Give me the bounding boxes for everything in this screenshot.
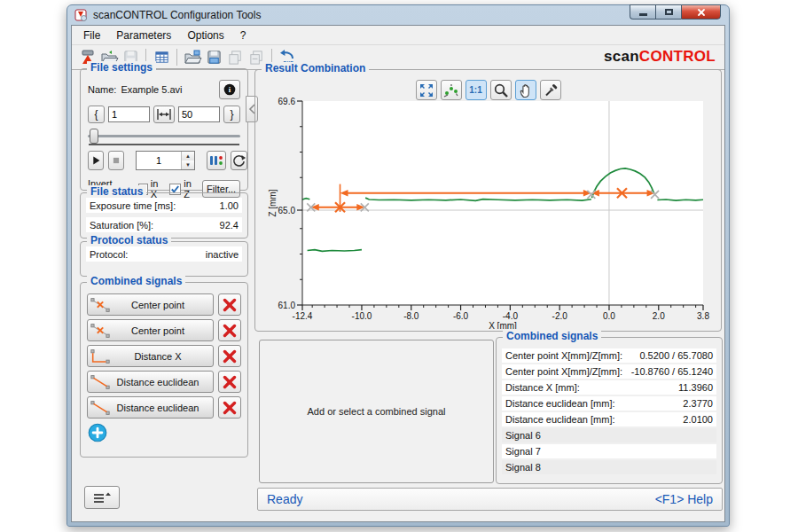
app-icon (74, 9, 88, 22)
protocol-status-title: Protocol status (87, 234, 171, 246)
frame-slider[interactable] (88, 135, 240, 137)
status-row-label: Saturation [%]: (90, 220, 153, 231)
file-status-title: File status (87, 185, 146, 198)
maximize-button[interactable] (655, 4, 681, 20)
signal-result-row[interactable]: Distance euclidean [mm]:2.3770 (502, 396, 716, 411)
logo-scan-text: scan (604, 48, 639, 65)
status-ready-text: Ready (267, 492, 302, 506)
result-combination-title: Result Combination (262, 62, 369, 74)
start-frame-input[interactable] (108, 106, 150, 122)
loop-button[interactable] (231, 151, 247, 170)
combined-signals-table-group: Combined signals Center point X[mm]/Z[mm… (496, 337, 723, 484)
menu-item-file[interactable]: File (75, 27, 108, 43)
pause-highlight-button[interactable] (207, 151, 226, 170)
delete-signal-button[interactable] (218, 345, 241, 367)
signal-result-label: Distance X [mm]: (505, 382, 580, 393)
signal-result-row[interactable]: Distance euclidean [mm]:2.0100 (502, 412, 716, 426)
set-start-button[interactable]: { (88, 106, 105, 123)
signal-button-label: Distance X (112, 351, 213, 362)
signal-result-label: Signal 8 (505, 462, 541, 473)
signal-result-row[interactable]: Center point X[mm]/Z[mm]:-10.8760 / 65.1… (502, 364, 716, 379)
signal-result-row[interactable]: Center point X[mm]/Z[mm]:0.5200 / 65.708… (502, 348, 716, 363)
signal-row: Distance euclidean (87, 371, 241, 393)
add-signal-button[interactable] (87, 422, 111, 445)
signal-result-label: Signal 6 (505, 430, 541, 441)
signal-result-row[interactable]: Signal 7 (502, 444, 716, 458)
status-row: Protocol:inactive (86, 246, 242, 262)
signal-button-label: Center point (112, 300, 213, 310)
signal-button-distance-euclidean[interactable]: Distance euclidean (87, 371, 214, 393)
distance-euclidean-icon (88, 373, 112, 391)
close-icon (696, 7, 707, 18)
set-end-button[interactable]: } (223, 106, 240, 123)
file-settings-group: File settings Name: Example 5.avi i { (80, 68, 248, 191)
svg-text:-4.0: -4.0 (503, 311, 519, 321)
signal-result-value: 2.0100 (683, 414, 713, 425)
svg-text:-8.0: -8.0 (403, 311, 419, 321)
distance-x-icon (88, 348, 112, 365)
frame-number-input[interactable] (137, 152, 181, 169)
stop-icon (109, 153, 123, 168)
delete-signal-button[interactable] (218, 293, 241, 316)
status-row-label: Protocol: (90, 249, 128, 260)
range-button[interactable] (153, 106, 175, 123)
svg-text:3.8: 3.8 (697, 311, 709, 321)
menu-item-parameters[interactable]: Parameters (108, 27, 179, 43)
profile-chart[interactable]: 69.665.061.0-12.4-10.0-8.0-6.0-4.0-2.00.… (266, 93, 714, 329)
file-name-value: Example 5.avi (121, 84, 182, 95)
svg-text:X [mm]: X [mm] (489, 321, 517, 329)
signal-result-value: 0.5200 / 65.7080 (639, 350, 713, 361)
status-row-label: Exposure time [ms]: (90, 200, 176, 211)
frame-slider-thumb[interactable] (90, 129, 98, 144)
spinner-up-icon[interactable]: ▲ (182, 152, 194, 160)
menu-list-icon (90, 489, 113, 505)
signal-result-row[interactable]: Signal 8 (502, 460, 716, 474)
signal-button-distance-euclidean[interactable]: Distance euclidean (87, 396, 214, 419)
info-button[interactable]: i (219, 80, 240, 99)
signal-row: Center point (87, 319, 241, 341)
layout-menu-button[interactable] (84, 486, 120, 509)
signal-result-row[interactable]: Signal 6 (502, 428, 716, 442)
title-bar[interactable]: scanCONTROL Configuration Tools (67, 5, 729, 25)
info-icon: i (222, 82, 238, 98)
client-area: FileParametersOptions? DXF scanCONTROL F… (71, 25, 725, 522)
protocol-status-group: Protocol status Protocol:inactive (80, 241, 248, 277)
signal-result-label: Center point X[mm]/Z[mm]: (505, 366, 622, 377)
menu-item-help[interactable]: ? (232, 27, 254, 43)
stop-button[interactable] (108, 151, 124, 170)
svg-text:-6.0: -6.0 (453, 311, 469, 321)
play-button[interactable] (88, 151, 104, 170)
signal-button-center-point[interactable]: Center point (87, 319, 214, 341)
signal-row: Distance X (87, 345, 241, 367)
signal-result-label: Distance euclidean [mm]: (505, 414, 615, 425)
svg-text:2.0: 2.0 (653, 311, 665, 321)
combined-signals-panel-title: Combined signals (87, 275, 185, 287)
toolbar: DXF scanCONTROL (72, 45, 724, 70)
close-button[interactable] (681, 4, 721, 20)
open-profile-icon[interactable] (182, 47, 203, 68)
copy-icon[interactable] (224, 47, 246, 68)
center-point-icon (88, 322, 112, 340)
delete-signal-button[interactable] (218, 371, 241, 393)
signal-result-value: 2.3770 (683, 398, 713, 409)
menu-item-options[interactable]: Options (179, 27, 231, 43)
pause-markers-icon (207, 153, 225, 168)
signal-result-label: Signal 7 (505, 446, 541, 457)
delete-signal-button[interactable] (218, 396, 241, 419)
toolbar-separator (176, 49, 177, 66)
minimize-button[interactable] (630, 4, 655, 20)
frame-spinner[interactable]: ▲ ▼ (136, 151, 195, 170)
spinner-down-icon[interactable]: ▼ (182, 160, 194, 169)
loop-icon (231, 153, 246, 168)
status-row: Saturation [%]:92.4 (86, 217, 242, 232)
delete-signal-button[interactable] (218, 319, 241, 341)
signal-button-label: Distance euclidean (112, 403, 213, 413)
end-frame-input[interactable] (178, 106, 220, 122)
save-profile-icon[interactable] (203, 47, 224, 68)
signal-button-distance-x[interactable]: Distance X (87, 345, 214, 367)
svg-text:65.0: 65.0 (278, 206, 296, 215)
center-point-icon (88, 296, 112, 314)
signal-button-center-point[interactable]: Center point (87, 293, 214, 316)
status-row-value: 1.00 (220, 200, 239, 211)
signal-result-row[interactable]: Distance X [mm]:11.3960 (502, 380, 716, 395)
